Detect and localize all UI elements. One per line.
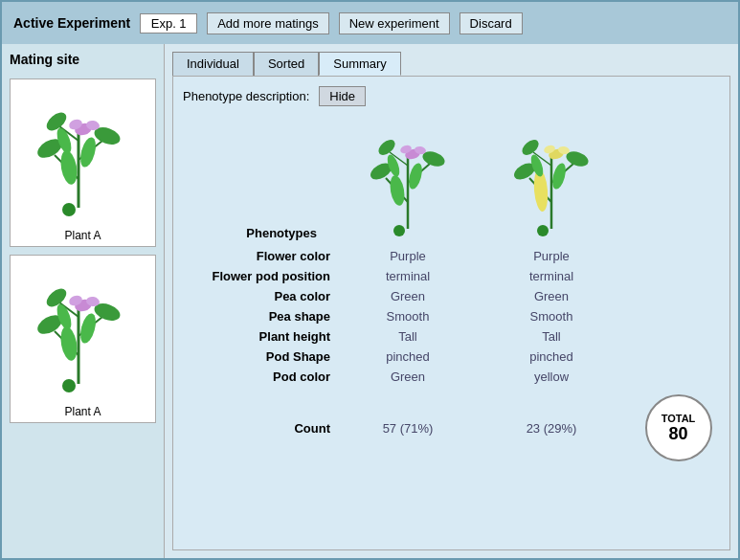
tab-summary[interactable]: Summary bbox=[319, 52, 401, 76]
svg-point-13 bbox=[62, 203, 76, 216]
phenotypes-column-header: Phenotypes bbox=[183, 226, 336, 240]
trait-label: Flower pod position bbox=[183, 266, 336, 286]
trait-val-1: Green bbox=[336, 286, 480, 306]
svg-point-55 bbox=[537, 225, 549, 236]
table-row: Plant height Tall Tall bbox=[183, 326, 720, 347]
tab-sorted[interactable]: Sorted bbox=[254, 52, 319, 76]
total-number: 80 bbox=[668, 424, 687, 444]
main-area: Mating site bbox=[2, 44, 738, 558]
svg-point-27 bbox=[62, 379, 76, 392]
trait-label: Pod color bbox=[183, 367, 336, 387]
trait-label: Pea shape bbox=[183, 306, 336, 326]
phenotypes-section: Phenotypes bbox=[183, 116, 720, 464]
phenotype-plant-svg-1 bbox=[355, 116, 460, 240]
trait-val-2: pinched bbox=[480, 347, 623, 367]
plant-svg-2 bbox=[16, 259, 141, 398]
plant-illustration-2 bbox=[16, 259, 150, 403]
total-circle: TOTAL 80 bbox=[645, 394, 712, 461]
trait-val-2: terminal bbox=[480, 266, 623, 286]
phenotype-col-1 bbox=[336, 116, 480, 240]
svg-point-41 bbox=[393, 225, 405, 236]
plant-card-2: Plant A bbox=[10, 255, 156, 423]
tab-individual[interactable]: Individual bbox=[172, 52, 254, 76]
hide-button[interactable]: Hide bbox=[319, 86, 366, 106]
table-row: Flower color Purple Purple bbox=[183, 246, 720, 266]
svg-point-50 bbox=[550, 162, 569, 190]
svg-point-21 bbox=[57, 325, 78, 362]
phenotype-plant-svg-2 bbox=[499, 116, 604, 240]
phenotype-col-2 bbox=[480, 116, 623, 240]
table-row: Pod Shape pinched pinched bbox=[183, 347, 720, 367]
trait-label: Pod Shape bbox=[183, 347, 336, 367]
svg-point-35 bbox=[388, 174, 406, 207]
plant-label-1: Plant A bbox=[64, 229, 101, 242]
content-panel: Phenotype description: Hide Phenotypes bbox=[172, 76, 730, 550]
total-label: TOTAL bbox=[662, 413, 696, 424]
trait-val-1: Smooth bbox=[336, 306, 480, 326]
phenotype-desc-label: Phenotype description: bbox=[183, 89, 309, 103]
trait-val-1: Green bbox=[336, 367, 480, 387]
trait-val-1: pinched bbox=[336, 347, 480, 367]
right-content: Individual Sorted Summary Phenotype desc… bbox=[165, 44, 738, 558]
table-row: Pod color Green yellow bbox=[183, 367, 720, 387]
header-bar: Active Experiment Exp. 1 Add more mating… bbox=[2, 2, 738, 44]
trait-label: Pea color bbox=[183, 286, 336, 306]
trait-val-2: yellow bbox=[480, 367, 623, 387]
table-row: Pea shape Smooth Smooth bbox=[183, 306, 720, 326]
table-row: Flower pod position terminal terminal bbox=[183, 266, 720, 286]
app-container: Active Experiment Exp. 1 Add more mating… bbox=[0, 0, 740, 560]
add-more-matings-button[interactable]: Add more matings bbox=[207, 12, 329, 34]
table-row: Pea color Green Green bbox=[183, 286, 720, 306]
trait-label: Plant height bbox=[183, 326, 336, 347]
count-val-1: 57 (71%) bbox=[336, 387, 480, 464]
count-label: Count bbox=[183, 387, 336, 464]
plant-label-2: Plant A bbox=[64, 405, 101, 418]
plant-card-1: Plant A bbox=[10, 78, 156, 247]
trait-label: Flower color bbox=[183, 246, 336, 266]
left-sidebar: Mating site bbox=[2, 44, 165, 558]
trait-val-2: Green bbox=[480, 286, 623, 306]
tabs-row: Individual Sorted Summary bbox=[165, 44, 738, 76]
svg-point-36 bbox=[407, 162, 425, 190]
count-row: Count 57 (71%) 23 (29%) TOTAL 80 bbox=[183, 387, 720, 464]
phenotype-desc-row: Phenotype description: Hide bbox=[183, 86, 720, 106]
svg-point-8 bbox=[78, 136, 99, 169]
trait-val-2: Tall bbox=[480, 326, 623, 347]
svg-point-7 bbox=[57, 149, 78, 186]
trait-val-1: Purple bbox=[336, 246, 480, 266]
discard-button[interactable]: Discard bbox=[460, 12, 523, 34]
svg-point-34 bbox=[375, 137, 397, 158]
trait-val-1: Tall bbox=[336, 326, 480, 347]
new-experiment-button[interactable]: New experiment bbox=[339, 12, 450, 34]
plant-illustration-1 bbox=[16, 83, 150, 227]
plant-svg-1 bbox=[16, 83, 141, 222]
svg-point-22 bbox=[78, 312, 99, 346]
count-val-2: 23 (29%) bbox=[480, 387, 623, 464]
mating-site-label: Mating site bbox=[10, 52, 156, 67]
trait-val-1: terminal bbox=[336, 266, 480, 286]
trait-val-2: Smooth bbox=[480, 306, 623, 326]
active-experiment-label: Active Experiment bbox=[13, 15, 130, 31]
experiment-name: Exp. 1 bbox=[140, 13, 197, 34]
phenotype-data-table: Flower color Purple Purple Flower pod po… bbox=[183, 246, 720, 464]
trait-val-2: Purple bbox=[480, 246, 623, 266]
svg-point-48 bbox=[519, 137, 541, 158]
